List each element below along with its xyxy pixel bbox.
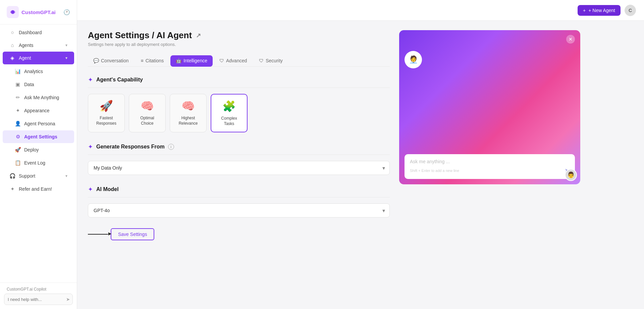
sidebar-item-agent-settings[interactable]: ⚙ Agent Settings (3, 130, 74, 143)
sparkle-icon-3: ✦ (88, 186, 93, 193)
agent-icon: ◈ (9, 55, 15, 61)
chat-input-area: Ask me anything ... Shift + Enter to add… (405, 154, 575, 179)
topbar: + + New Agent C (77, 0, 644, 21)
copilot-section: CustomGPT.ai Copilot ➤ (0, 283, 77, 309)
conversation-tab-icon: 💬 (93, 58, 99, 63)
analytics-icon: 📊 (15, 68, 21, 74)
sidebar-item-data[interactable]: ▣ Data (3, 78, 74, 91)
avatar-emoji: 🧑‍💼 (409, 55, 418, 64)
support-icon: 🎧 (9, 173, 15, 179)
event-log-icon: 📋 (15, 160, 21, 166)
svg-point-1 (11, 10, 14, 14)
refer-icon: ✦ (9, 186, 15, 192)
cap-card-complex[interactable]: 🧩 ComplexTasks (211, 94, 248, 132)
highest-icon: 🧠 (181, 100, 195, 112)
chevron-down-icon: ▾ (65, 43, 67, 48)
ai-model-dropdown-wrap: GPT-4o GPT-4 GPT-3.5 Turbo Claude 3 Opus… (88, 203, 390, 218)
generate-title: Generate Responses From (96, 144, 165, 150)
sidebar-item-dashboard[interactable]: ○ Dashboard (3, 26, 74, 39)
logo-text: CustomGPT.ai (21, 9, 56, 15)
clock-icon[interactable]: 🕐 (63, 9, 70, 15)
chat-preview-header: ✕ (399, 30, 580, 48)
sidebar-item-event-log[interactable]: 📋 Event Log (3, 157, 74, 169)
chat-preview-panel: ✕ 🧑‍💼 Ask me anything ... Shift + Enter … (399, 30, 580, 184)
chat-avatar: 🧑‍💼 (405, 51, 422, 68)
capability-cards: 🚀 FastestResponses 🧠 OptimalChoice 🧠 Hig… (88, 94, 390, 132)
sidebar-item-agents[interactable]: ⌂ Agents ▾ (3, 39, 74, 51)
logo-area: CustomGPT.ai 🕐 (0, 0, 77, 24)
annotation-arrow (88, 234, 108, 235)
settings-icon: ⚙ (15, 134, 21, 140)
ai-model-title: AI Model (96, 186, 119, 192)
nav-section: ○ Dashboard ⌂ Agents ▾ ◈ Agent ▾ 📊 Analy… (0, 24, 77, 197)
copilot-input[interactable] (8, 297, 64, 302)
tab-conversation[interactable]: 💬 Conversation (88, 55, 134, 67)
sidebar-item-agent[interactable]: ◈ Agent ▾ (3, 52, 74, 64)
save-settings-button[interactable]: Save Settings (111, 228, 154, 240)
content-area: Agent Settings / AI Agent ↗ Settings her… (77, 21, 644, 309)
tab-advanced[interactable]: 🛡 Advanced (214, 55, 252, 67)
chat-close-button[interactable]: ✕ (566, 35, 575, 44)
intelligence-tab-icon: 🤖 (176, 58, 181, 63)
user-avatar[interactable]: C (625, 5, 636, 16)
highest-label: HighestRelevance (179, 116, 198, 126)
citations-tab-icon: ≡ (141, 58, 144, 63)
tab-security[interactable]: 🛡 Security (254, 55, 288, 67)
cap-card-optimal[interactable]: 🧠 OptimalChoice (129, 94, 166, 132)
complex-label: ComplexTasks (221, 116, 237, 126)
persona-icon: 👤 (15, 121, 21, 127)
cap-card-highest[interactable]: 🧠 HighestRelevance (170, 94, 207, 132)
chat-placeholder: Ask me anything ... (410, 159, 570, 164)
sidebar-item-analytics[interactable]: 📊 Analytics (3, 65, 74, 78)
generate-dropdown-wrap: My Data Only My Data + AI Knowledge AI K… (88, 161, 390, 175)
chevron-down-icon: ▾ (65, 174, 67, 178)
main-area: + + New Agent C Agent Settings / AI Agen… (77, 0, 644, 309)
new-agent-button[interactable]: + + New Agent (578, 5, 621, 16)
sidebar-item-support[interactable]: 🎧 Support ▾ (3, 170, 74, 182)
page-title: Agent Settings / AI Agent ↗ (88, 30, 390, 41)
advanced-tab-icon: 🛡 (219, 58, 224, 63)
dashboard-icon: ○ (9, 29, 15, 35)
tab-intelligence[interactable]: 🤖 Intelligence (170, 55, 213, 67)
generate-section: ✦ Generate Responses From i My Data Only… (88, 143, 390, 175)
sidebar-item-deploy[interactable]: 🚀 Deploy (3, 143, 74, 156)
agents-icon: ⌂ (9, 42, 15, 48)
generate-section-header: ✦ Generate Responses From i (88, 143, 390, 155)
ai-model-section-header: ✦ AI Model (88, 186, 390, 197)
copilot-label: CustomGPT.ai Copilot (4, 287, 73, 294)
fastest-label: FastestResponses (96, 116, 116, 126)
ask-icon: ✏ (15, 95, 21, 101)
complex-icon: 🧩 (222, 100, 236, 113)
tab-citations[interactable]: ≡ Citations (136, 55, 169, 67)
optimal-icon: 🧠 (141, 100, 154, 112)
bottom-avatar-emoji: 👨 (567, 171, 575, 179)
sparkle-icon: ✦ (88, 76, 93, 83)
save-section: Save Settings (88, 228, 390, 240)
logo-icon (7, 6, 19, 18)
chat-hint: Shift + Enter to add a new line (410, 169, 459, 173)
sidebar-item-refer[interactable]: ✦ Refer and Earn! (3, 183, 74, 195)
fastest-icon: 🚀 (100, 100, 113, 112)
chat-body (399, 71, 580, 154)
sidebar: CustomGPT.ai 🕐 ○ Dashboard ⌂ Agents ▾ ◈ … (0, 0, 77, 309)
data-icon: ▣ (15, 81, 21, 87)
bottom-avatar: 👨 (565, 169, 577, 181)
copilot-input-wrap: ➤ (4, 294, 73, 305)
sidebar-item-appearance[interactable]: ✦ Appearance (3, 104, 74, 117)
sparkle-icon-2: ✦ (88, 143, 93, 150)
settings-panel: Agent Settings / AI Agent ↗ Settings her… (88, 30, 390, 300)
cap-card-fastest[interactable]: 🚀 FastestResponses (88, 94, 125, 132)
copilot-send-icon[interactable]: ➤ (66, 297, 70, 302)
generate-dropdown[interactable]: My Data Only My Data + AI Knowledge AI K… (88, 161, 390, 175)
info-icon[interactable]: i (168, 144, 174, 150)
optimal-label: OptimalChoice (140, 116, 154, 126)
ai-model-dropdown[interactable]: GPT-4o GPT-4 GPT-3.5 Turbo Claude 3 Opus (88, 203, 390, 218)
sidebar-item-ask-me-anything[interactable]: ✏ Ask Me Anything (3, 91, 74, 104)
capability-section: ✦ Agent's Capability 🚀 FastestResponses … (88, 76, 390, 132)
security-tab-icon: 🛡 (259, 58, 264, 63)
ai-model-section: ✦ AI Model GPT-4o GPT-4 GPT-3.5 Turbo Cl… (88, 186, 390, 218)
page-subtitle: Settings here apply to all deployment op… (88, 42, 390, 47)
sidebar-item-agent-persona[interactable]: 👤 Agent Persona (3, 117, 74, 130)
share-icon[interactable]: ↗ (196, 32, 201, 39)
plus-icon: + (583, 8, 586, 13)
